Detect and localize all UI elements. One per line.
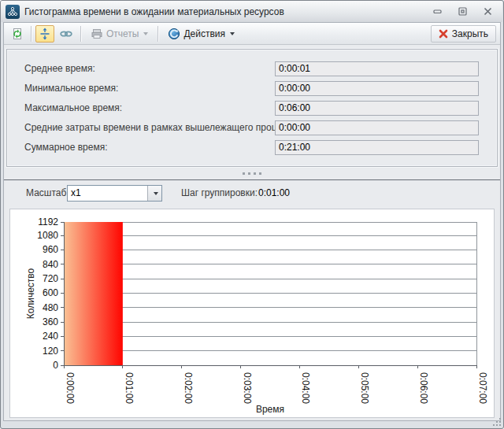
y-tick-label: 480 (43, 302, 58, 313)
toolbar-separator (80, 26, 81, 42)
titlebar: Гистограмма времени в ожидании материаль… (1, 1, 502, 22)
y-axis-title: Количество (25, 268, 36, 319)
x-tick-label: 0:02:00 (183, 372, 194, 404)
scale-combobox[interactable]: x1 (67, 185, 162, 202)
histogram-svg: 0120240360480600720840960108011920:00:00… (10, 209, 494, 417)
window-title: Гистограмма времени в ожидании материаль… (24, 6, 422, 17)
toolbar-separator (158, 26, 158, 42)
y-tick-label: 840 (43, 259, 58, 270)
expand-vertical-icon (39, 28, 51, 40)
stats-panel: Среднее время: 0:00:01 Минимальное время… (6, 49, 498, 167)
close-window-button[interactable] (477, 5, 498, 19)
actions-icon (168, 28, 180, 40)
x-tick-label: 0:03:00 (242, 372, 253, 404)
y-tick-label: 720 (43, 273, 58, 284)
link-icon (59, 28, 73, 40)
x-tick-label: 0:06:00 (418, 372, 429, 404)
panel-splitter[interactable] (0, 168, 504, 179)
parent-process-time-value: 0:00:00 (275, 120, 479, 135)
link-button[interactable] (56, 25, 76, 43)
printer-icon (91, 28, 103, 40)
dropdown-arrow-icon (143, 32, 148, 35)
y-tick-label: 360 (43, 316, 58, 327)
grouping-step-label: Шаг группировки: (181, 185, 258, 202)
x-tick-label: 0:05:00 (359, 372, 370, 404)
window-org-chart-icon (6, 5, 20, 19)
x-tick-label: 0:04:00 (300, 372, 311, 404)
y-tick-label: 600 (43, 287, 58, 298)
close-button[interactable]: Закрыть (431, 25, 496, 43)
actions-label: Действия (183, 28, 225, 39)
reports-button[interactable]: Отчеты (85, 25, 154, 43)
avg-time-label: Среднее время: (24, 61, 95, 76)
resize-grip-icon[interactable] (490, 419, 501, 426)
parent-process-time-label: Средние затраты времени в рамках вышележ… (24, 120, 299, 135)
close-x-icon (439, 29, 448, 39)
histogram-chart: 0120240360480600720840960108011920:00:00… (9, 209, 495, 418)
y-tick-label: 1192 (38, 216, 58, 227)
minimize-button[interactable] (427, 5, 447, 19)
avg-time-value: 0:00:01 (275, 61, 479, 76)
max-time-label: Максимальное время: (24, 101, 122, 116)
reports-label: Отчеты (106, 28, 139, 39)
min-time-label: Минимальное время: (24, 81, 118, 96)
toolbar: Отчеты Действия Закрыть (4, 23, 500, 45)
toggle-stats-panel-button[interactable] (35, 25, 54, 43)
y-tick-label: 960 (43, 244, 58, 255)
max-time-value: 0:06:00 (275, 101, 479, 116)
total-time-value: 0:21:00 (275, 140, 479, 155)
x-tick-label: 0:07:00 (477, 372, 488, 404)
y-tick-label: 1080 (37, 230, 58, 241)
x-axis-title: Время (256, 404, 284, 415)
y-tick-label: 240 (43, 331, 58, 342)
x-tick-label: 0:00:00 (65, 372, 76, 404)
scale-combobox-dropdown-button[interactable] (147, 186, 161, 201)
maximize-button[interactable] (452, 5, 472, 19)
actions-button[interactable]: Действия (162, 25, 240, 43)
x-tick-label: 0:01:00 (124, 372, 135, 404)
min-time-value: 0:00:00 (275, 81, 479, 96)
histogram-panel: Масштаб: x1 Шаг группировки: 0:01:00 012… (4, 179, 500, 420)
scale-label: Масштаб: (26, 185, 69, 202)
scale-combobox-value: x1 (68, 186, 147, 201)
refresh-button[interactable] (8, 25, 27, 43)
toolbar-separator (31, 26, 32, 42)
dropdown-arrow-icon (230, 32, 235, 35)
y-tick-label: 120 (43, 346, 58, 357)
grouping-step-value: 0:01:00 (258, 185, 290, 202)
total-time-label: Суммарное время: (24, 140, 108, 155)
dropdown-arrow-icon (154, 192, 158, 195)
close-label: Закрыть (452, 28, 488, 39)
refresh-page-icon (11, 28, 24, 40)
y-tick-label: 0 (53, 360, 58, 371)
